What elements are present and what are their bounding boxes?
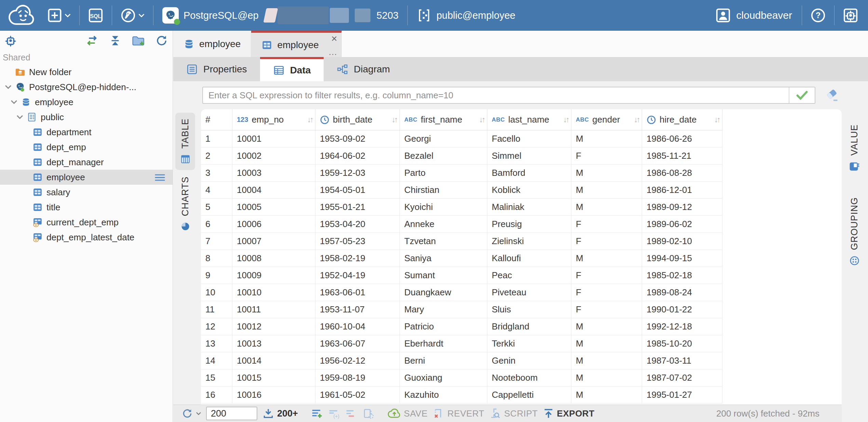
column-header-emp_no[interactable]: 123emp_no↓↑ xyxy=(232,109,315,130)
sidebar-item-public[interactable]: public xyxy=(0,110,173,125)
grid-cell[interactable]: 1985-11-21 xyxy=(642,147,722,165)
grid-cell[interactable]: Chirstian xyxy=(400,182,487,199)
sidebar-item-postgresql-ep-hidden-[interactable]: PostgreSQL@ep-hidden-... xyxy=(0,80,173,95)
grid-cell[interactable]: 1953-04-20 xyxy=(315,216,400,233)
column-header-rownum[interactable]: # xyxy=(201,109,232,130)
row-number-cell[interactable]: 1 xyxy=(201,130,232,147)
sidebar-item-dept-emp-latest-date[interactable]: dept_emp_latest_date xyxy=(0,230,173,245)
save-button[interactable]: SAVE xyxy=(388,408,428,419)
grid-cell[interactable]: Genin xyxy=(487,352,571,369)
grid-cell[interactable]: Saniya xyxy=(400,250,487,267)
row-number-cell[interactable]: 13 xyxy=(201,335,232,352)
grid-cell[interactable]: F xyxy=(571,284,642,301)
sidebar-item-employee[interactable]: employee xyxy=(0,170,173,185)
row-number-cell[interactable]: 3 xyxy=(201,165,232,182)
user-menu[interactable]: cloudbeaver xyxy=(709,8,798,23)
grid-cell[interactable]: M xyxy=(571,352,642,369)
grid-cell[interactable]: 1958-02-19 xyxy=(315,250,400,267)
grid-cell[interactable]: Kyoichi xyxy=(400,199,487,216)
grid-cell[interactable]: Nooteboom xyxy=(487,369,571,386)
grid-cell[interactable]: Peac xyxy=(487,267,571,284)
grid-cell[interactable]: M xyxy=(571,369,642,386)
refresh-icon[interactable] xyxy=(155,34,168,47)
grid-cell[interactable]: 10015 xyxy=(232,369,315,386)
grid-cell[interactable]: Bamford xyxy=(487,165,571,182)
tab-employee-table[interactable]: employee × … xyxy=(251,31,341,57)
grid-cell[interactable]: M xyxy=(571,335,642,352)
grid-cell[interactable]: 1989-08-24 xyxy=(642,284,722,301)
grid-cell[interactable]: 1963-06-01 xyxy=(315,284,400,301)
grid-cell[interactable]: Duangkaew xyxy=(400,284,487,301)
grid-cell[interactable]: F xyxy=(571,267,642,284)
grid-cell[interactable]: 1961-05-02 xyxy=(315,386,400,404)
grid-cell[interactable]: Parto xyxy=(400,165,487,182)
grid-cell[interactable]: M xyxy=(571,182,642,199)
grid-cell[interactable]: Piveteau xyxy=(487,284,571,301)
grid-cell[interactable]: Bridgland xyxy=(487,318,571,335)
grid-cell[interactable]: Guoxiang xyxy=(400,369,487,386)
grid-cell[interactable]: M xyxy=(571,386,642,404)
grid-cell[interactable]: 1954-05-01 xyxy=(315,182,400,199)
grid-cell[interactable]: 1987-07-02 xyxy=(642,369,722,386)
sort-arrows-icon[interactable]: ↓↑ xyxy=(392,115,399,124)
grid-cell[interactable]: 1989-02-10 xyxy=(642,233,722,250)
sidebar-item-salary[interactable]: salary xyxy=(0,185,173,200)
close-tab-icon[interactable]: × xyxy=(331,33,337,44)
grid-cell[interactable]: 1960-10-04 xyxy=(315,318,400,335)
row-number-cell[interactable]: 14 xyxy=(201,352,232,369)
sidebar-item-current-dept-emp[interactable]: current_dept_emp xyxy=(0,215,173,230)
grid-cell[interactable]: 1986-12-01 xyxy=(642,182,722,199)
driver-manager-button[interactable] xyxy=(116,0,150,31)
help-button[interactable]: ? xyxy=(805,0,831,31)
navigator-settings-gear-icon[interactable] xyxy=(4,34,17,47)
row-number-cell[interactable]: 7 xyxy=(201,233,232,250)
grid-cell[interactable]: 10008 xyxy=(232,250,315,267)
sort-arrows-icon[interactable]: ↓↑ xyxy=(479,115,487,124)
row-limit-input[interactable] xyxy=(206,407,257,420)
refresh-results-button[interactable] xyxy=(181,408,201,419)
row-number-cell[interactable]: 10 xyxy=(201,284,232,301)
grid-cell[interactable]: M xyxy=(571,130,642,147)
grid-cell[interactable]: 10010 xyxy=(232,284,315,301)
grid-cell[interactable]: Mary xyxy=(400,301,487,318)
row-number-cell[interactable]: 15 xyxy=(201,369,232,386)
row-number-cell[interactable]: 12 xyxy=(201,318,232,335)
item-actions-menu-icon[interactable] xyxy=(154,173,166,182)
grid-cell[interactable]: 1985-02-18 xyxy=(642,267,722,284)
grid-cell[interactable]: 10004 xyxy=(232,182,315,199)
sql-editor-button[interactable]: SQL xyxy=(83,0,108,31)
grid-cell[interactable]: 1963-06-07 xyxy=(315,335,400,352)
export-button[interactable]: EXPORT xyxy=(543,408,595,419)
grid-cell[interactable]: 1986-06-26 xyxy=(642,130,722,147)
row-number-cell[interactable]: 5 xyxy=(201,199,232,216)
revert-button[interactable]: REVERT xyxy=(432,407,484,420)
sidebar-item-dept-emp[interactable]: dept_emp xyxy=(0,140,173,155)
new-folder-icon[interactable] xyxy=(132,34,145,47)
column-header-hire_date[interactable]: hire_date↓↑ xyxy=(642,109,722,130)
grid-cell[interactable]: M xyxy=(571,250,642,267)
tab-menu-icon[interactable]: … xyxy=(328,47,337,56)
chevron-down-icon[interactable] xyxy=(8,100,20,104)
grid-cell[interactable]: 10011 xyxy=(232,301,315,318)
grid-cell[interactable]: 1995-01-27 xyxy=(642,386,722,404)
grid-cell[interactable]: 10014 xyxy=(232,352,315,369)
grid-cell[interactable]: Preusig xyxy=(487,216,571,233)
grid-cell[interactable]: Berni xyxy=(400,352,487,369)
grid-cell[interactable]: 1955-01-21 xyxy=(315,199,400,216)
grid-cell[interactable]: 1956-02-12 xyxy=(315,352,400,369)
grid-cell[interactable]: Zielinski xyxy=(487,233,571,250)
sidebar-item-title[interactable]: title xyxy=(0,200,173,215)
grid-cell[interactable]: 10009 xyxy=(232,267,315,284)
grid-cell[interactable]: 1953-11-07 xyxy=(315,301,400,318)
tab-diagram[interactable]: Diagram xyxy=(324,57,403,81)
column-header-last_name[interactable]: ABClast_name↓↑ xyxy=(487,109,571,130)
delete-row-button[interactable] xyxy=(345,407,357,420)
grid-cell[interactable]: 1964-06-02 xyxy=(315,147,400,165)
grid-cell[interactable]: Sumant xyxy=(400,267,487,284)
sidebar-item-new-folder[interactable]: New folder xyxy=(0,65,173,80)
grid-cell[interactable]: Anneke xyxy=(400,216,487,233)
grid-cell[interactable]: M xyxy=(571,199,642,216)
fetch-more-button[interactable]: 200+ xyxy=(262,407,298,420)
grid-cell[interactable]: 10003 xyxy=(232,165,315,182)
presentation-tab-table[interactable]: TABLE xyxy=(175,113,195,170)
